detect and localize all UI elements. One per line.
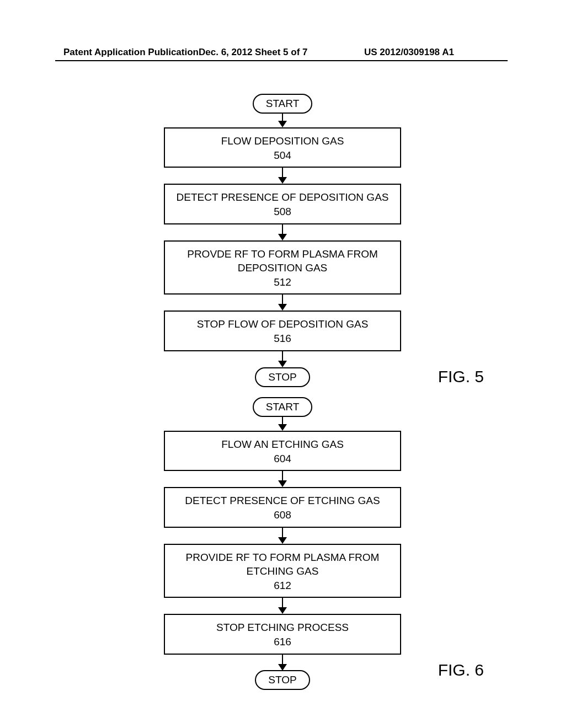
step-number: 516 (169, 331, 396, 346)
step-text-line2: ETCHING GAS (247, 565, 319, 577)
step-text: STOP FLOW OF DEPOSITION GAS (197, 318, 369, 330)
arrow-icon (278, 168, 287, 184)
step-number: 616 (169, 635, 396, 649)
step-512: PROVDE RF TO FORM PLASMA FROM DEPOSITION… (164, 240, 401, 295)
patent-page: Patent Application Publication Dec. 6, 2… (0, 0, 565, 728)
arrow-icon (278, 471, 287, 487)
arrow-icon (278, 295, 287, 311)
arrow-icon (278, 224, 287, 240)
step-text: DETECT PRESENCE OF DEPOSITION GAS (177, 191, 389, 203)
step-text: FLOW AN ETCHING GAS (221, 438, 344, 450)
header-left: Patent Application Publication (63, 47, 199, 58)
step-504: FLOW DEPOSITION GAS 504 (164, 127, 401, 168)
flowchart-fig6: START FLOW AN ETCHING GAS 604 DETECT PRE… (164, 397, 401, 690)
step-text: STOP ETCHING PROCESS (216, 622, 349, 633)
flowchart-fig5: START FLOW DEPOSITION GAS 504 DETECT PRE… (164, 94, 401, 387)
step-612: PROVIDE RF TO FORM PLASMA FROM ETCHING G… (164, 544, 401, 598)
step-number: 612 (169, 579, 396, 593)
stop-row: STOP FIG. 5 (164, 367, 401, 387)
step-text: DETECT PRESENCE OF ETCHING GAS (185, 495, 380, 506)
step-508: DETECT PRESENCE OF DEPOSITION GAS 508 (164, 184, 401, 224)
figure-label-5: FIG. 5 (438, 367, 484, 386)
step-number: 608 (169, 508, 396, 522)
stop-terminator: STOP (255, 367, 310, 387)
step-number: 512 (169, 275, 396, 290)
header-center: Dec. 6, 2012 Sheet 5 of 7 (199, 47, 308, 58)
arrow-icon (278, 528, 287, 544)
step-608: DETECT PRESENCE OF ETCHING GAS 608 (164, 487, 401, 527)
step-text: FLOW DEPOSITION GAS (221, 135, 344, 147)
step-616: STOP ETCHING PROCESS 616 (164, 614, 401, 654)
start-terminator: START (253, 94, 313, 114)
stop-terminator: STOP (255, 670, 310, 690)
header-right: US 2012/0309198 A1 (364, 47, 454, 58)
arrow-icon (278, 114, 287, 127)
arrow-icon (278, 655, 287, 671)
step-number: 604 (169, 452, 396, 466)
step-text: PROVIDE RF TO FORM PLASMA FROM (186, 552, 380, 563)
step-number: 508 (169, 205, 396, 219)
step-number: 504 (169, 148, 396, 163)
arrow-icon (278, 598, 287, 614)
figure-label-6: FIG. 6 (438, 661, 484, 679)
arrow-icon (278, 417, 287, 431)
start-terminator: START (253, 397, 313, 417)
step-text-line2: DEPOSITION GAS (238, 262, 328, 274)
step-text: PROVDE RF TO FORM PLASMA FROM (187, 248, 378, 260)
arrow-icon (278, 351, 287, 367)
step-604: FLOW AN ETCHING GAS 604 (164, 431, 401, 471)
header-rule (55, 60, 508, 61)
label-row: FIG. 6 (164, 671, 401, 671)
step-516: STOP FLOW OF DEPOSITION GAS 516 (164, 311, 401, 351)
